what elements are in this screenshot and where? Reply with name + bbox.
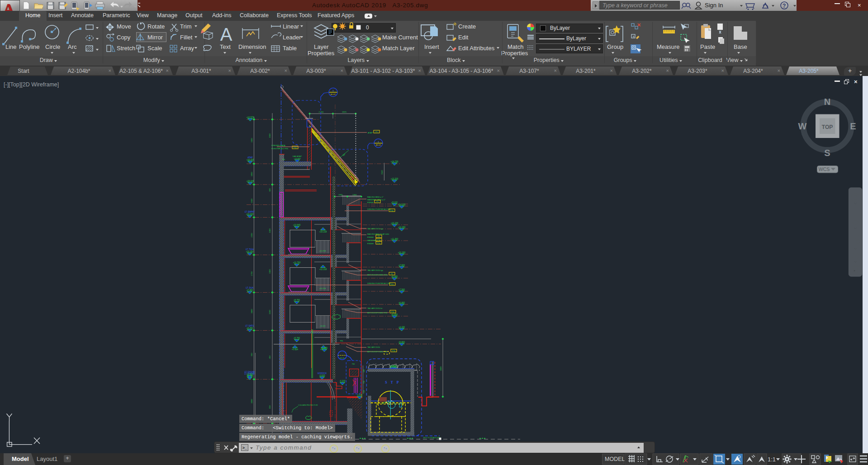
svg-text:+16.000: +16.000 — [247, 159, 254, 161]
svg-text:W: W — [798, 121, 807, 131]
svg-text:2.300: 2.300 — [319, 111, 324, 113]
svg-text:P1b: P1b — [390, 210, 394, 212]
svg-text:1350: 1350 — [251, 138, 253, 142]
svg-text:E: E — [850, 121, 856, 131]
svg-text:3600: 3600 — [251, 309, 253, 313]
svg-text:FIN.: FIN. — [282, 159, 285, 161]
svg-text:RAILING BESI ø 1": RAILING BESI ø 1" — [367, 196, 384, 198]
svg-text:3500: 3500 — [251, 399, 253, 403]
svg-text:3050: 3050 — [251, 172, 253, 176]
svg-text:COLUMN PROTECTOR: COLUMN PROTECTOR — [298, 404, 318, 406]
svg-text:P5: P5 — [376, 201, 379, 203]
svg-text:+14.730: +14.730 — [391, 161, 398, 163]
svg-text:FINISH: FINISH — [367, 201, 374, 204]
svg-text:500: 500 — [363, 370, 365, 372]
svg-text:TALI AIR 15/10 typ: TALI AIR 15/10 typ — [367, 228, 384, 230]
svg-text:50°: 50° — [342, 153, 346, 157]
svg-text:150: 150 — [269, 405, 271, 409]
svg-text:2750: 2750 — [251, 271, 253, 276]
svg-text:+14.000: +14.000 — [398, 204, 406, 206]
svg-text:+6.200: +6.200 — [320, 325, 325, 327]
svg-text:700: 700 — [352, 363, 355, 365]
svg-text:P1b: P1b — [294, 147, 297, 149]
svg-text:TALI AIR 15/10 typ: TALI AIR 15/10 typ — [367, 269, 384, 271]
svg-text:+5.760: +5.760 — [294, 337, 300, 339]
svg-text:AD-031: AD-031 — [331, 94, 336, 95]
svg-text:450: 450 — [269, 356, 271, 359]
svg-text:+10.360: +10.360 — [398, 251, 406, 254]
svg-text:FINISH: FINISH — [367, 242, 374, 245]
svg-text:P1: P1 — [375, 131, 378, 133]
svg-text:S: S — [824, 148, 830, 158]
svg-text:+0.000: +0.000 — [247, 373, 253, 375]
svg-text:+1.0ps: +1.0ps — [292, 348, 299, 351]
svg-text:1500: 1500 — [269, 133, 271, 138]
svg-text:P2c: P2c — [391, 284, 394, 285]
svg-text:1300: 1300 — [269, 228, 271, 233]
svg-text:FINISH: FINISH — [367, 236, 374, 238]
svg-text:1540: 1540 — [381, 170, 383, 175]
svg-text:+15.218: +15.218 — [319, 231, 327, 233]
svg-text:+15.843: +15.843 — [294, 157, 301, 160]
svg-text:+12.570: +12.570 — [247, 116, 254, 119]
svg-text:BETON EXPOSED FIN.: BETON EXPOSED FIN. — [367, 312, 388, 314]
svg-text:NOT TO SCALE DWG: NOT TO SCALE DWG — [423, 437, 441, 439]
svg-text:-0.200: -0.200 — [339, 380, 345, 382]
svg-text:+12.360: +12.360 — [398, 226, 406, 228]
svg-text:!: ! — [840, 460, 841, 464]
svg-text:+14.000: +14.000 — [246, 213, 254, 215]
svg-text:BETON EXPOSED FIN.: BETON EXPOSED FIN. — [367, 274, 388, 276]
svg-text:PLESTER ACI FIN.: PLESTER ACI FIN. — [271, 147, 289, 150]
svg-text:+10.200: +10.200 — [319, 288, 326, 289]
svg-text:+13.640: +13.640 — [293, 224, 301, 226]
svg-text:2310: 2310 — [251, 199, 253, 203]
svg-text:FIN.: FIN. — [340, 340, 343, 342]
svg-text:-0.600: -0.600 — [319, 375, 325, 377]
svg-text:600: 600 — [269, 188, 271, 192]
svg-text:TOP: TOP — [822, 124, 833, 130]
svg-text:+13.230: +13.230 — [391, 222, 398, 224]
svg-text:+14.200: +14.200 — [319, 250, 326, 252]
svg-text:2150: 2150 — [251, 233, 253, 237]
svg-text:+11.360: +11.360 — [391, 238, 398, 240]
svg-text:S T P: S T P — [385, 380, 400, 384]
svg-text:1: 1 — [378, 141, 379, 143]
svg-text:P5a: P5a — [377, 242, 381, 244]
svg-text:150: 150 — [363, 390, 365, 393]
svg-text:1: 1 — [332, 90, 334, 92]
svg-text:+6.860: +6.860 — [398, 302, 405, 304]
svg-text:1825: 1825 — [338, 194, 343, 196]
svg-text:+4.250: +4.250 — [247, 327, 253, 329]
svg-text:HANDRAIL BESI ø 1": HANDRAIL BESI ø 1" — [367, 199, 386, 201]
svg-text:-1.500: -1.500 — [356, 394, 362, 396]
svg-text:DINDING BATA: DINDING BATA — [271, 144, 285, 147]
svg-text:+13.200: +13.200 — [391, 178, 398, 180]
svg-text:+4.330: +4.330 — [398, 326, 405, 328]
svg-text:1:1: 1:1 — [768, 456, 776, 463]
svg-text:+12.218: +12.218 — [319, 268, 327, 270]
svg-text:750: 750 — [363, 381, 365, 384]
svg-text:1300: 1300 — [352, 194, 357, 196]
svg-text:DINDING PLESTER ACI FIN.: DINDING PLESTER ACI FIN. — [367, 282, 391, 285]
svg-text:P5: P5 — [378, 236, 380, 237]
svg-text:P1b: P1b — [391, 311, 394, 313]
svg-text:P1b: P1b — [392, 350, 395, 352]
svg-text:1200: 1200 — [269, 310, 271, 314]
svg-text:+7.400: +7.400 — [247, 289, 253, 291]
svg-text:N: N — [824, 97, 830, 107]
svg-text:DINDING PLESTER ACI FIN.: DINDING PLESTER ACI FIN. — [367, 208, 391, 210]
svg-text:1825: 1825 — [342, 111, 346, 113]
svg-text:+7.560: +7.560 — [398, 289, 405, 291]
svg-text:ATAP: ATAP — [368, 132, 373, 134]
svg-text:+11.760: +11.760 — [293, 261, 301, 264]
svg-text:+6.480: +6.480 — [391, 275, 398, 278]
svg-text:TALI AIR 15/10: TALI AIR 15/10 — [367, 346, 380, 348]
svg-text:+10.350: +10.350 — [246, 251, 254, 253]
svg-text:3600: 3600 — [440, 366, 442, 371]
svg-text:P1: P1 — [391, 273, 393, 275]
svg-text:+0.200: +0.200 — [389, 365, 396, 367]
svg-text:+1.035: +1.035 — [321, 347, 328, 349]
svg-text:+6.850: +6.850 — [391, 313, 398, 316]
svg-text:+7.600: +7.600 — [398, 264, 405, 266]
svg-text:+5.800: +5.800 — [398, 341, 405, 343]
